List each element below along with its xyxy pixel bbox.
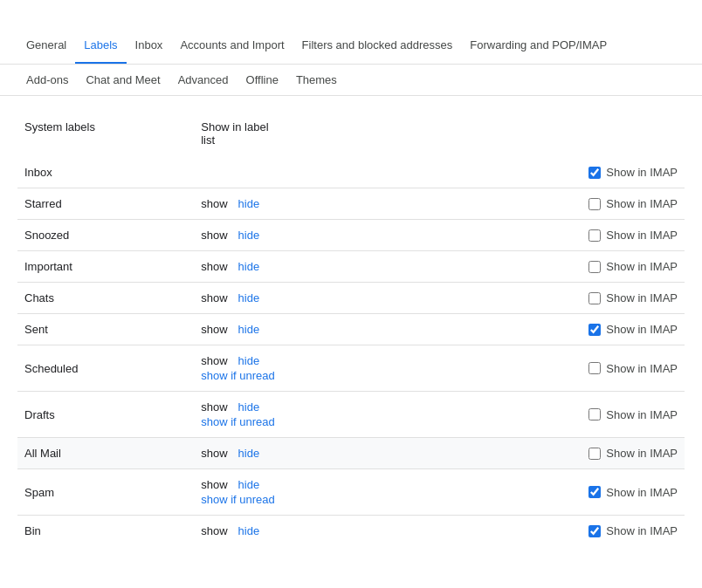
hide-link-sent[interactable]: hide <box>238 323 260 336</box>
row-label-scheduled: Scheduled <box>17 345 194 392</box>
row-imap-allmail: Show in IMAP <box>488 438 685 469</box>
imap-label-sent: Show in IMAP <box>606 323 678 336</box>
imap-label-snoozed: Show in IMAP <box>606 229 678 242</box>
show-if-unread-link-spam[interactable]: show if unread <box>201 493 481 506</box>
row-label-starred: Starred <box>17 188 194 220</box>
col-header-show: Show in labellist <box>194 113 488 157</box>
hide-link-scheduled[interactable]: hide <box>238 354 260 367</box>
secondary-nav: Add-ons Chat and Meet Advanced Offline T… <box>0 65 702 96</box>
table-row: InboxShow in IMAP <box>17 157 685 188</box>
row-show-drafts: showhideshow if unread <box>194 392 488 438</box>
table-row: SentshowhideShow in IMAP <box>17 314 685 345</box>
row-imap-spam: Show in IMAP <box>488 469 685 516</box>
imap-checkbox-bin[interactable] <box>588 525 601 537</box>
show-link-snoozed[interactable]: show <box>201 229 227 242</box>
imap-checkbox-starred[interactable] <box>588 198 601 210</box>
show-link-important[interactable]: show <box>201 260 227 273</box>
col-header-label: System labels <box>17 113 194 157</box>
show-link-bin[interactable]: show <box>201 524 227 537</box>
tab-themes[interactable]: Themes <box>287 65 346 95</box>
row-imap-sent: Show in IMAP <box>488 314 685 345</box>
row-show-allmail: showhide <box>194 438 488 469</box>
show-link-starred[interactable]: show <box>201 197 227 210</box>
row-imap-snoozed: Show in IMAP <box>488 220 685 251</box>
table-row: BinshowhideShow in IMAP <box>17 516 685 547</box>
row-show-spam: showhideshow if unread <box>194 469 488 516</box>
imap-label-important: Show in IMAP <box>606 260 678 273</box>
row-show-scheduled: showhideshow if unread <box>194 345 488 392</box>
imap-checkbox-important[interactable] <box>588 261 601 273</box>
show-link-spam[interactable]: show <box>201 478 227 491</box>
system-labels-table: System labels Show in labellist InboxSho… <box>17 113 685 546</box>
hide-link-allmail[interactable]: hide <box>238 447 260 460</box>
imap-label-drafts: Show in IMAP <box>606 408 678 421</box>
tab-filters[interactable]: Filters and blocked addresses <box>293 28 462 65</box>
show-link-sent[interactable]: show <box>201 323 227 336</box>
table-row: ImportantshowhideShow in IMAP <box>17 251 685 283</box>
imap-label-spam: Show in IMAP <box>606 486 678 499</box>
row-imap-important: Show in IMAP <box>488 251 685 283</box>
show-link-scheduled[interactable]: show <box>201 354 227 367</box>
tab-offline[interactable]: Offline <box>237 65 287 95</box>
show-link-allmail[interactable]: show <box>201 447 227 460</box>
row-show-starred: showhide <box>194 188 488 220</box>
imap-checkbox-allmail[interactable] <box>588 448 601 460</box>
row-label-allmail: All Mail <box>17 438 194 469</box>
row-label-inbox: Inbox <box>17 157 194 188</box>
tab-inbox[interactable]: Inbox <box>127 28 172 65</box>
imap-label-inbox: Show in IMAP <box>606 166 678 179</box>
hide-link-important[interactable]: hide <box>238 260 260 273</box>
imap-label-starred: Show in IMAP <box>606 197 678 210</box>
imap-checkbox-drafts[interactable] <box>588 408 601 420</box>
table-row: StarredshowhideShow in IMAP <box>17 188 685 220</box>
imap-checkbox-sent[interactable] <box>588 324 601 336</box>
table-row: Draftsshowhideshow if unreadShow in IMAP <box>17 392 685 438</box>
hide-link-drafts[interactable]: hide <box>238 400 260 414</box>
imap-label-allmail: Show in IMAP <box>606 447 678 460</box>
row-show-snoozed: showhide <box>194 220 488 251</box>
show-link-chats[interactable]: show <box>201 291 227 304</box>
show-if-unread-link-drafts[interactable]: show if unread <box>201 415 481 428</box>
row-label-bin: Bin <box>17 516 194 547</box>
imap-label-scheduled: Show in IMAP <box>606 362 678 375</box>
row-label-snoozed: Snoozed <box>17 220 194 251</box>
table-row: All MailshowhideShow in IMAP <box>17 438 685 469</box>
hide-link-spam[interactable]: hide <box>238 478 260 491</box>
table-row: SnoozedshowhideShow in IMAP <box>17 220 685 251</box>
row-label-important: Important <box>17 251 194 283</box>
tab-addons[interactable]: Add-ons <box>17 65 77 95</box>
imap-label-bin: Show in IMAP <box>606 524 678 537</box>
hide-link-chats[interactable]: hide <box>238 291 260 304</box>
row-show-important: showhide <box>194 251 488 283</box>
row-imap-scheduled: Show in IMAP <box>488 345 685 392</box>
row-imap-chats: Show in IMAP <box>488 283 685 314</box>
show-if-unread-link-scheduled[interactable]: show if unread <box>201 369 481 382</box>
hide-link-snoozed[interactable]: hide <box>238 229 260 242</box>
imap-checkbox-scheduled[interactable] <box>588 362 601 374</box>
row-imap-bin: Show in IMAP <box>488 516 685 547</box>
row-label-chats: Chats <box>17 283 194 314</box>
imap-checkbox-inbox[interactable] <box>588 167 601 179</box>
row-label-spam: Spam <box>17 469 194 516</box>
content-area: System labels Show in labellist InboxSho… <box>0 96 702 564</box>
hide-link-bin[interactable]: hide <box>238 524 260 537</box>
imap-checkbox-spam[interactable] <box>588 486 601 498</box>
table-row: ChatsshowhideShow in IMAP <box>17 283 685 314</box>
tab-labels[interactable]: Labels <box>75 28 126 65</box>
settings-page: General Labels Inbox Accounts and Import… <box>0 0 702 588</box>
imap-checkbox-chats[interactable] <box>588 292 601 304</box>
imap-checkbox-snoozed[interactable] <box>588 229 601 242</box>
row-imap-inbox: Show in IMAP <box>488 157 685 188</box>
tab-general[interactable]: General <box>17 28 75 65</box>
tab-chat[interactable]: Chat and Meet <box>77 65 169 95</box>
row-label-drafts: Drafts <box>17 392 194 438</box>
show-link-drafts[interactable]: show <box>201 400 227 414</box>
table-row: Spamshowhideshow if unreadShow in IMAP <box>17 469 685 516</box>
tab-advanced[interactable]: Advanced <box>169 65 237 95</box>
row-show-chats: showhide <box>194 283 488 314</box>
hide-link-starred[interactable]: hide <box>238 197 260 210</box>
tab-forwarding[interactable]: Forwarding and POP/IMAP <box>461 28 616 65</box>
page-title <box>0 0 702 28</box>
tab-accounts[interactable]: Accounts and Import <box>171 28 292 65</box>
row-label-sent: Sent <box>17 314 194 345</box>
